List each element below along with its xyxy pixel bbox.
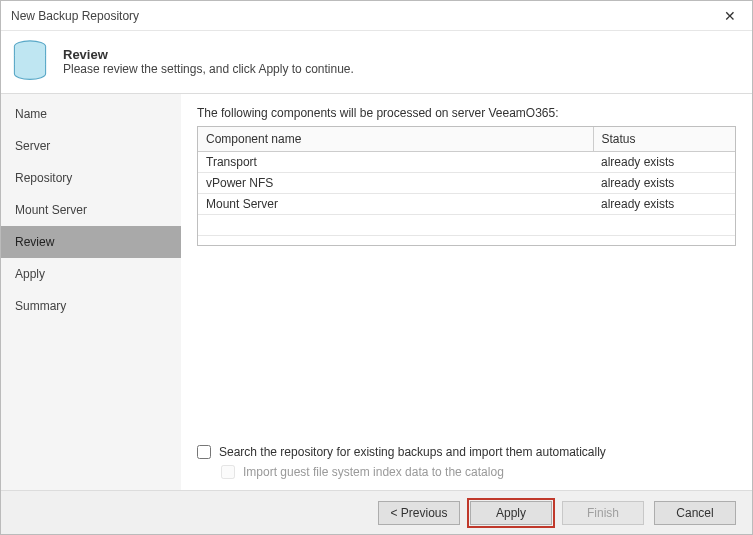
window-title: New Backup Repository: [1, 9, 139, 23]
checkbox-search-repository[interactable]: [197, 445, 211, 459]
col-header-status: Status: [593, 127, 735, 152]
page-subheading: Please review the settings, and click Ap…: [63, 62, 354, 76]
table-row: Transport already exists: [198, 152, 735, 173]
previous-button[interactable]: < Previous: [378, 501, 460, 525]
checkbox-search-repository-label: Search the repository for existing backu…: [219, 445, 606, 459]
sidebar-item-summary[interactable]: Summary: [1, 290, 181, 322]
col-header-name: Component name: [198, 127, 593, 152]
sidebar-item-review[interactable]: Review: [1, 226, 181, 258]
sidebar-item-apply[interactable]: Apply: [1, 258, 181, 290]
titlebar: New Backup Repository ✕: [1, 1, 752, 31]
checkbox-search-repository-row[interactable]: Search the repository for existing backu…: [197, 445, 736, 459]
repository-icon: [11, 39, 49, 83]
checkbox-import-index-label: Import guest file system index data to t…: [243, 465, 504, 479]
cancel-button[interactable]: Cancel: [654, 501, 736, 525]
wizard-main: The following components will be process…: [181, 94, 752, 490]
wizard-header: Review Please review the settings, and c…: [1, 31, 752, 93]
table-row-empty: .: [198, 215, 735, 236]
table-row: vPower NFS already exists: [198, 173, 735, 194]
sidebar-item-mount-server[interactable]: Mount Server: [1, 194, 181, 226]
sidebar-item-repository[interactable]: Repository: [1, 162, 181, 194]
sidebar-item-name[interactable]: Name: [1, 98, 181, 130]
sidebar-item-server[interactable]: Server: [1, 130, 181, 162]
components-table-wrap: Component name Status Transport already …: [197, 126, 736, 246]
page-heading: Review: [63, 47, 354, 62]
cell-name: Transport: [198, 152, 593, 173]
close-icon[interactable]: ✕: [707, 1, 752, 31]
cell-status: already exists: [593, 152, 735, 173]
cell-status: already exists: [593, 194, 735, 215]
cell-name: Mount Server: [198, 194, 593, 215]
apply-button[interactable]: Apply: [470, 501, 552, 525]
checkbox-import-index: [221, 465, 235, 479]
wizard-window: New Backup Repository ✕ Review Please re…: [0, 0, 753, 535]
finish-button: Finish: [562, 501, 644, 525]
wizard-steps-sidebar: Name Server Repository Mount Server Revi…: [1, 94, 181, 490]
cell-name: vPower NFS: [198, 173, 593, 194]
checkbox-import-index-row: Import guest file system index data to t…: [221, 465, 736, 479]
table-row: Mount Server already exists: [198, 194, 735, 215]
wizard-footer: < Previous Apply Finish Cancel: [1, 490, 752, 534]
wizard-body: Name Server Repository Mount Server Revi…: [1, 93, 752, 490]
cell-status: already exists: [593, 173, 735, 194]
intro-text: The following components will be process…: [197, 106, 736, 120]
header-text: Review Please review the settings, and c…: [63, 47, 354, 76]
components-table: Component name Status Transport already …: [198, 127, 735, 236]
